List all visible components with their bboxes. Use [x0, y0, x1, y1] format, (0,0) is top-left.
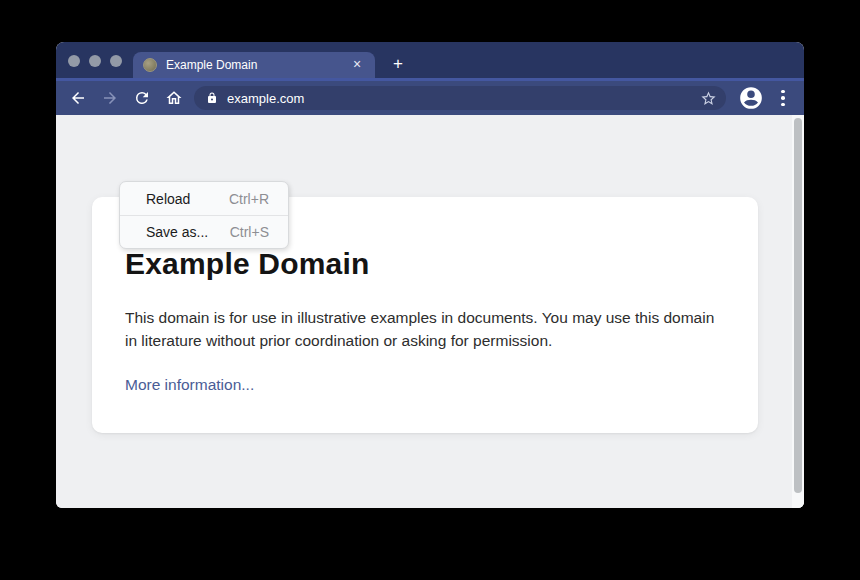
browser-menu-button[interactable]: [774, 86, 792, 110]
window-close-button[interactable]: [68, 55, 80, 67]
new-tab-button[interactable]: +: [388, 53, 408, 75]
menu-item-shortcut: Ctrl+R: [229, 191, 269, 207]
window-zoom-button[interactable]: [110, 55, 122, 67]
tab-title: Example Domain: [166, 58, 349, 72]
star-icon: [700, 90, 717, 107]
browser-tab[interactable]: Example Domain ×: [133, 52, 375, 78]
globe-favicon-icon: [143, 58, 157, 72]
menu-dots-icon: [781, 90, 785, 94]
more-information-link[interactable]: More information...: [125, 376, 254, 394]
scrollbar-thumb[interactable]: [794, 118, 802, 493]
page-viewport: Example Domain This domain is for use in…: [56, 115, 804, 508]
reload-button[interactable]: [130, 86, 154, 110]
address-bar[interactable]: example.com: [194, 86, 726, 110]
menu-item-label: Save as...: [146, 224, 208, 240]
forward-button[interactable]: [98, 86, 122, 110]
menu-item-shortcut: Ctrl+S: [230, 224, 269, 240]
url-text: example.com: [227, 91, 698, 106]
browser-window: Example Domain × + example.com: [56, 42, 804, 508]
context-menu: Reload Ctrl+R Save as... Ctrl+S: [119, 181, 289, 249]
profile-avatar-button[interactable]: [738, 85, 764, 111]
home-button[interactable]: [162, 86, 186, 110]
page-title: Example Domain: [125, 247, 725, 281]
back-arrow-icon: [69, 89, 87, 107]
context-menu-item-save-as[interactable]: Save as... Ctrl+S: [120, 215, 288, 248]
window-minimize-button[interactable]: [89, 55, 101, 67]
scrollbar-track[interactable]: [792, 115, 804, 508]
browser-toolbar: example.com: [56, 78, 804, 115]
menu-item-label: Reload: [146, 191, 190, 207]
page-paragraph: This domain is for use in illustrative e…: [125, 307, 717, 352]
avatar-icon: [738, 85, 764, 111]
window-controls: [68, 55, 122, 67]
lock-icon: [206, 92, 218, 104]
context-menu-item-reload[interactable]: Reload Ctrl+R: [120, 182, 288, 215]
back-button[interactable]: [66, 86, 90, 110]
tab-strip: Example Domain × +: [56, 42, 804, 78]
forward-arrow-icon: [101, 89, 119, 107]
reload-icon: [133, 89, 151, 107]
home-icon: [165, 89, 183, 107]
bookmark-star-button[interactable]: [698, 88, 718, 108]
tab-close-icon[interactable]: ×: [349, 57, 365, 73]
